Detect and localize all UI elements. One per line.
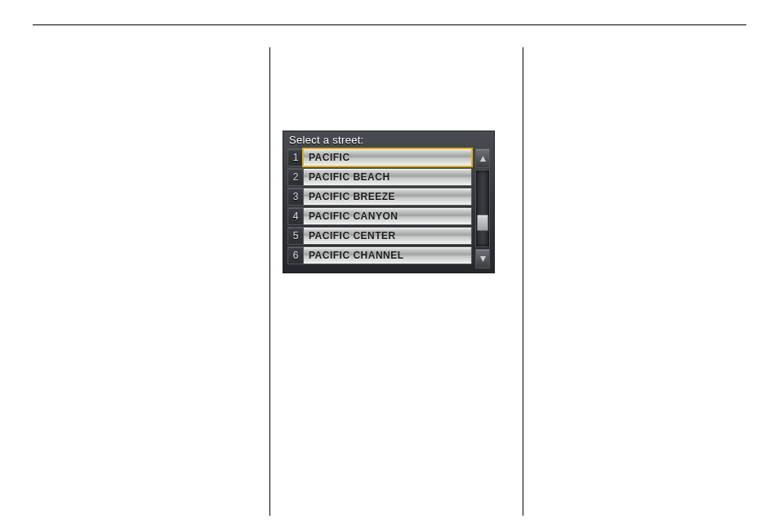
street-item-6[interactable]: 6 PACIFIC CHANNEL <box>287 246 472 264</box>
street-item-3[interactable]: 3 PACIFIC BREEZE <box>287 188 472 206</box>
nav-title: Select a street: <box>283 131 495 148</box>
street-list: 1 PACIFIC 2 PACIFIC BEACH 3 PACIFIC BREE… <box>287 149 475 268</box>
svg-marker-1 <box>479 256 485 262</box>
street-item-label: PACIFIC CENTER <box>303 227 472 245</box>
street-item-number: 6 <box>287 246 303 264</box>
street-item-4[interactable]: 4 PACIFIC CANYON <box>287 207 472 225</box>
street-item-label: PACIFIC CANYON <box>303 207 472 225</box>
triangle-up-icon <box>479 151 487 166</box>
nav-body: 1 PACIFIC 2 PACIFIC BEACH 3 PACIFIC BREE… <box>287 149 490 268</box>
triangle-down-icon <box>479 251 487 266</box>
column-separator-left <box>269 47 270 516</box>
street-item-1[interactable]: 1 PACIFIC <box>287 149 472 166</box>
street-item-number: 1 <box>287 149 303 166</box>
scroll-track[interactable] <box>475 170 490 247</box>
street-item-label: PACIFIC BREEZE <box>303 188 472 206</box>
street-item-label: PACIFIC BEACH <box>303 168 472 186</box>
street-item-number: 2 <box>287 168 303 186</box>
nav-screen: Select a street: 1 PACIFIC 2 PACIFIC BEA… <box>283 131 495 273</box>
scroll-thumb[interactable] <box>477 215 488 231</box>
street-item-5[interactable]: 5 PACIFIC CENTER <box>287 227 472 245</box>
street-item-label: PACIFIC CHANNEL <box>303 246 472 264</box>
street-item-number: 5 <box>287 227 303 245</box>
column-separator-right <box>523 47 523 516</box>
scrollbar <box>475 149 490 268</box>
street-item-label: PACIFIC <box>303 149 472 166</box>
street-item-number: 4 <box>287 207 303 225</box>
svg-marker-0 <box>479 156 485 162</box>
street-item-number: 3 <box>287 188 303 206</box>
street-item-2[interactable]: 2 PACIFIC BEACH <box>287 168 472 186</box>
horizontal-rule <box>33 24 746 25</box>
scroll-up-button[interactable] <box>475 149 490 168</box>
scroll-down-button[interactable] <box>475 249 490 268</box>
